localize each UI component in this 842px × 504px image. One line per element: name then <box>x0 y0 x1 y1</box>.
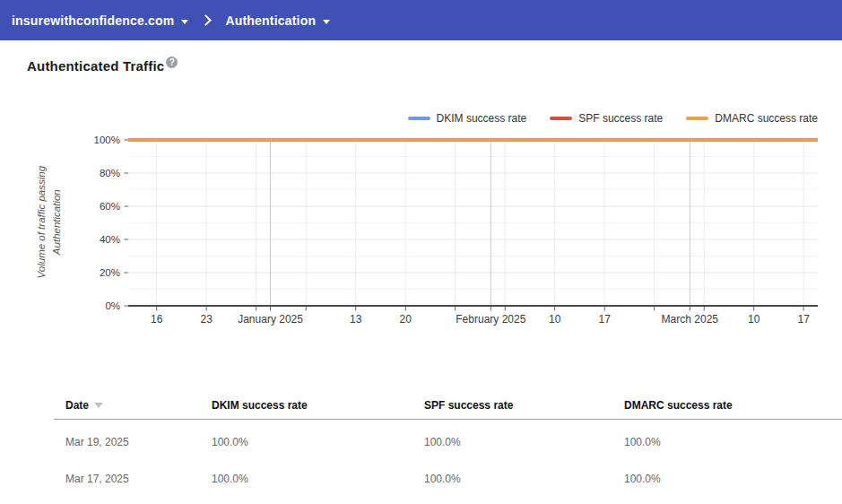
domain-menu[interactable]: insurewithconfidence.com <box>12 13 188 28</box>
top-navbar: insurewithconfidence.com Authentication <box>0 0 842 40</box>
caret-down-icon <box>323 20 330 24</box>
help-icon[interactable] <box>166 56 178 68</box>
cell-spf: 100.0% <box>424 473 624 485</box>
svg-text:16: 16 <box>151 313 163 326</box>
page-title: Authenticated Traffic <box>27 58 164 74</box>
svg-text:17: 17 <box>797 313 810 326</box>
cell-dkim: 100.0% <box>212 436 424 448</box>
title-row: Authenticated Traffic <box>27 58 842 74</box>
svg-text:13: 13 <box>350 313 362 326</box>
svg-text:January 2025: January 2025 <box>238 313 303 326</box>
section-menu-label: Authentication <box>225 13 316 28</box>
svg-text:17: 17 <box>598 313 611 326</box>
authenticated-traffic-chart: DKIM success rateSPF success rateDMARC s… <box>0 103 842 336</box>
svg-text:February 2025: February 2025 <box>456 313 525 326</box>
cell-date: Mar 17, 2025 <box>65 473 212 485</box>
table-header-row: Date DKIM success rate SPF success rate … <box>54 393 842 420</box>
cell-spf: 100.0% <box>424 436 624 448</box>
svg-text:23: 23 <box>201 313 213 326</box>
svg-text:80%: 80% <box>100 168 120 178</box>
svg-text:20: 20 <box>400 313 412 326</box>
svg-text:40%: 40% <box>100 234 120 245</box>
sort-desc-icon <box>94 403 103 408</box>
svg-text:20%: 20% <box>100 267 120 278</box>
cell-date: Mar 19, 2025 <box>65 436 212 448</box>
table-row: Mar 17, 2025 100.0% 100.0% 100.0% <box>54 460 842 497</box>
cell-dkim: 100.0% <box>212 473 424 485</box>
table-row: Mar 19, 2025 100.0% 100.0% 100.0% <box>54 423 842 460</box>
column-header-spf[interactable]: SPF success rate <box>424 399 624 412</box>
table-body: Mar 19, 2025 100.0% 100.0% 100.0% Mar 17… <box>54 420 842 497</box>
auth-results-table: Date DKIM success rate SPF success rate … <box>54 393 842 497</box>
svg-text:March 2025: March 2025 <box>662 313 719 326</box>
domain-menu-label: insurewithconfidence.com <box>12 13 174 28</box>
svg-text:10: 10 <box>748 313 760 326</box>
breadcrumb-chevron-icon <box>201 14 213 26</box>
column-header-date[interactable]: Date <box>65 399 212 412</box>
section-menu[interactable]: Authentication <box>225 13 330 28</box>
cell-dmarc: 100.0% <box>624 436 842 448</box>
svg-text:60%: 60% <box>100 201 120 212</box>
chart-plot: 0%20%40%60%80%100%1623January 20251320Fe… <box>0 103 842 336</box>
column-header-dkim[interactable]: DKIM success rate <box>212 399 424 412</box>
svg-text:100%: 100% <box>94 135 120 145</box>
svg-text:0%: 0% <box>105 300 120 311</box>
svg-text:10: 10 <box>549 313 561 326</box>
cell-dmarc: 100.0% <box>624 473 842 485</box>
caret-down-icon <box>181 20 188 24</box>
column-header-dmarc[interactable]: DMARC success rate <box>624 399 842 412</box>
